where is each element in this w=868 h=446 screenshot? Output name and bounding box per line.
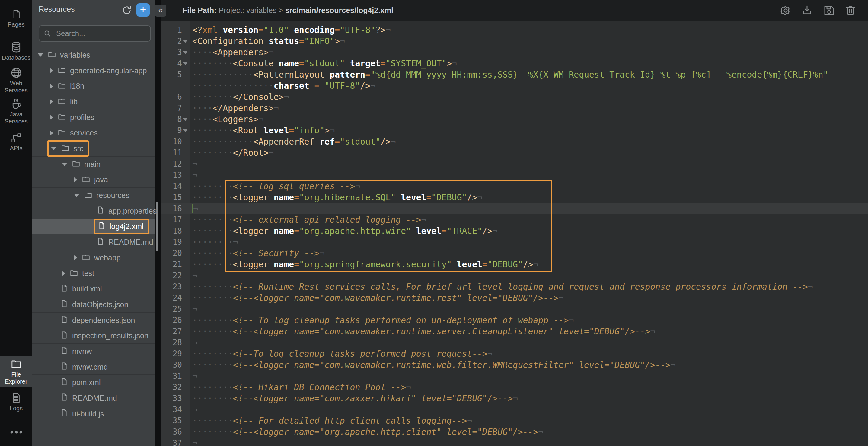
code-line-36[interactable]: 36········<!--<logger name="org.apache.h… bbox=[161, 426, 868, 438]
delete-icon[interactable] bbox=[844, 4, 857, 16]
caret-right-icon[interactable] bbox=[50, 130, 53, 136]
fold-toggle-icon[interactable] bbox=[183, 118, 187, 121]
tree-item-readme.md[interactable]: README.md bbox=[32, 390, 155, 406]
code-line-28[interactable]: 28¬ bbox=[161, 337, 868, 348]
code-line-37[interactable]: 37¬ bbox=[161, 438, 868, 446]
code-line-31[interactable]: 31¬ bbox=[161, 371, 868, 382]
rail-item-pages[interactable]: Pages bbox=[0, 7, 32, 28]
code-line-21[interactable]: 21········<logger name="org.springframew… bbox=[161, 259, 868, 270]
code-line-9[interactable]: 9········<Root level="info">¬ bbox=[161, 125, 868, 136]
tree-item-mvnw.cmd[interactable]: mvnw.cmd bbox=[32, 359, 155, 375]
caret-right-icon[interactable] bbox=[50, 115, 53, 120]
code-line-14[interactable]: 14········<!-- log sql queries -->¬ bbox=[161, 181, 868, 192]
tree-item-build.xml[interactable]: build.xml bbox=[32, 281, 155, 297]
tree-item-profiles[interactable]: profiles bbox=[32, 110, 155, 126]
fold-toggle-icon[interactable] bbox=[183, 40, 187, 43]
settings-icon[interactable] bbox=[779, 4, 791, 16]
tree-item-dataobjects.json[interactable]: dataObjects.json bbox=[32, 297, 155, 313]
code-line-29[interactable]: 29········<!--To log cleanup tasks perfo… bbox=[161, 348, 868, 359]
code-line-27[interactable]: 27········<!--<logger name="com.wavemake… bbox=[161, 326, 868, 337]
caret-right-icon[interactable] bbox=[50, 99, 53, 104]
code-line-18[interactable]: 18········<logger name="org.apache.http.… bbox=[161, 225, 868, 236]
tree-item-inspection-results.json[interactable]: inspection_results.json bbox=[32, 328, 155, 344]
rail-item-apis[interactable]: APIs bbox=[0, 130, 32, 152]
caret-down-icon[interactable] bbox=[74, 194, 80, 197]
rail-item-databases[interactable]: Databases bbox=[0, 39, 32, 61]
tree-item-services[interactable]: services bbox=[32, 125, 155, 141]
folder-icon bbox=[57, 112, 66, 123]
code-line-16[interactable]: 16¬ bbox=[161, 203, 868, 214]
code-line-7[interactable]: 7····</Appenders>¬ bbox=[161, 103, 868, 114]
caret-right-icon[interactable] bbox=[62, 271, 65, 276]
line-number: 12 bbox=[161, 158, 189, 169]
tree-item-pom.xml[interactable]: pom.xml bbox=[32, 375, 155, 390]
code-line-8[interactable]: 8····<Loggers>¬ bbox=[161, 114, 868, 125]
tree-item-log4j2.xml[interactable]: log4j2.xml bbox=[32, 219, 155, 235]
rail-item-web-services[interactable]: Web Services bbox=[0, 65, 32, 94]
rail-item-label: Logs bbox=[0, 405, 32, 412]
tree-item-ui-build.js[interactable]: ui-build.js bbox=[32, 406, 155, 422]
caret-right-icon[interactable] bbox=[50, 68, 53, 73]
add-resource-button[interactable]: + bbox=[136, 3, 150, 17]
tree-item-main[interactable]: main bbox=[32, 157, 155, 172]
code-line-25[interactable]: 25¬ bbox=[161, 304, 868, 315]
caret-down-icon[interactable] bbox=[62, 163, 67, 166]
tree-item-src[interactable]: src bbox=[32, 141, 155, 157]
code-line-34[interactable]: 34¬ bbox=[161, 404, 868, 415]
tree-item-webapp[interactable]: webapp bbox=[32, 250, 155, 266]
code-line-32[interactable]: 32········<!-- Hikari DB Connection Pool… bbox=[161, 382, 868, 393]
save-icon[interactable] bbox=[823, 4, 835, 16]
rail-item-logs[interactable]: Logs bbox=[0, 390, 32, 412]
tree-scrollbar[interactable] bbox=[156, 201, 158, 251]
code-line-22[interactable]: 22¬ bbox=[161, 270, 868, 281]
fold-toggle-icon[interactable] bbox=[183, 51, 187, 54]
code-line-24[interactable]: 24········<!--<logger name="com.wavemake… bbox=[161, 292, 868, 304]
tree-item-dependencies.json[interactable]: dependencies.json bbox=[32, 313, 155, 328]
code-editor[interactable]: 1<?xml version="1.0" encoding="UTF-8"?>¬… bbox=[161, 21, 868, 446]
code-line-35[interactable]: 35········<!-- For detailed http client … bbox=[161, 415, 868, 426]
tree-item-variables[interactable]: variables bbox=[32, 47, 155, 63]
tree-item-generated-angular-app[interactable]: generated-angular-app bbox=[32, 63, 155, 79]
code-line-20[interactable]: 20········<!-- Security -->¬ bbox=[161, 248, 868, 259]
tree-item-app.properties[interactable]: app.properties bbox=[32, 203, 155, 219]
code-line-19[interactable]: 19········¬ bbox=[161, 236, 868, 248]
caret-right-icon[interactable] bbox=[74, 255, 77, 260]
caret-right-icon[interactable] bbox=[74, 177, 77, 183]
rail-item-file-explorer[interactable]: File Explorer bbox=[0, 356, 32, 387]
code-line-17[interactable]: 17········<!-- external api related logg… bbox=[161, 214, 868, 225]
code-line-12[interactable]: 12¬ bbox=[161, 158, 868, 169]
tree-item-mvnw[interactable]: mvnw bbox=[32, 344, 155, 359]
caret-down-icon[interactable] bbox=[51, 147, 56, 150]
tree-item-readme.md[interactable]: README.md bbox=[32, 234, 155, 250]
rail-item-java-services[interactable]: Java Services bbox=[0, 96, 32, 125]
code-line-4[interactable]: 4········<Console name="stdout" target="… bbox=[161, 58, 868, 69]
tree-item-java[interactable]: java bbox=[32, 172, 155, 188]
fold-toggle-icon[interactable] bbox=[183, 62, 187, 65]
code-line-11[interactable]: 11········</Root>¬ bbox=[161, 147, 868, 158]
code-line-26[interactable]: 26········<!-- To log cleanup tasks perf… bbox=[161, 315, 868, 326]
code-line-1[interactable]: 1<?xml version="1.0" encoding="UTF-8"?>¬ bbox=[161, 25, 868, 36]
code-line-wrap[interactable]: ················charset = "UTF-8"/>¬ bbox=[161, 80, 868, 91]
caret-down-icon[interactable] bbox=[38, 54, 43, 57]
tree-item-i18n[interactable]: i18n bbox=[32, 78, 155, 94]
code-line-2[interactable]: 2<Configuration status="INFO">¬ bbox=[161, 36, 868, 47]
fold-toggle-icon[interactable] bbox=[183, 129, 187, 132]
code-line-13[interactable]: 13¬ bbox=[161, 169, 868, 181]
code-line-3[interactable]: 3····<Appenders>¬ bbox=[161, 47, 868, 58]
code-line-30[interactable]: 30········<!--<logger name="com.wavemake… bbox=[161, 359, 868, 371]
code-line-5[interactable]: 5············<PatternLayout pattern="%d{… bbox=[161, 69, 868, 80]
tree-item-lib[interactable]: lib bbox=[32, 94, 155, 110]
tree-item-test[interactable]: test bbox=[32, 266, 155, 282]
code-line-10[interactable]: 10············<AppenderRef ref="stdout"/… bbox=[161, 136, 868, 147]
tree-item-resources[interactable]: resources bbox=[32, 188, 155, 203]
rail-item-more[interactable] bbox=[0, 428, 32, 435]
code-line-33[interactable]: 33········<!--<logger name="com.zaxxer.h… bbox=[161, 393, 868, 404]
code-line-23[interactable]: 23········<!-- Runtime Rest services cal… bbox=[161, 281, 868, 292]
code-line-6[interactable]: 6········</Console>¬ bbox=[161, 91, 868, 103]
refresh-icon[interactable] bbox=[122, 5, 132, 16]
search-input[interactable] bbox=[39, 25, 151, 42]
code-line-15[interactable]: 15········<logger name="org.hibernate.SQ… bbox=[161, 192, 868, 203]
collapse-panel-button[interactable]: « bbox=[155, 4, 166, 17]
caret-right-icon[interactable] bbox=[50, 84, 53, 89]
download-icon[interactable] bbox=[801, 4, 813, 16]
